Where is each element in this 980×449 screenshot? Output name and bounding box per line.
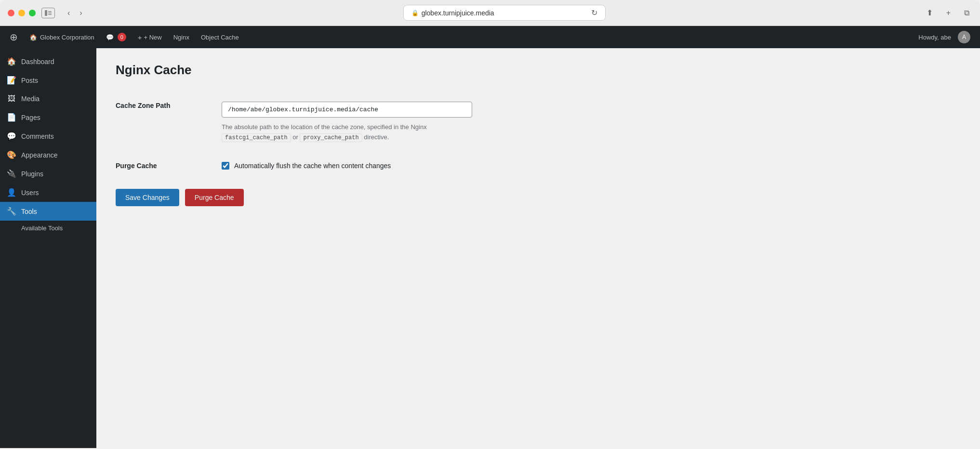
wp-logo-item[interactable]: ⊕ (4, 26, 24, 48)
wp-main: 🏠 Dashboard 📝 Posts 🖼 Media 📄 Pages 💬 Co… (0, 48, 980, 448)
svg-rect-2 (48, 13, 52, 13)
wp-logo-icon: ⊕ (10, 31, 18, 43)
cache-zone-path-hint: The absolute path to the location of the… (222, 122, 961, 143)
plus-icon: + (138, 33, 142, 41)
admin-bar: ⊕ 🏠 Globex Corporation 💬 0 + + New Nginx… (0, 26, 980, 48)
comments-icon: 💬 (7, 132, 16, 141)
nginx-label: Nginx (173, 34, 189, 41)
posts-icon: 📝 (7, 76, 16, 85)
home-icon: 🏠 (29, 34, 37, 41)
sidebar-item-label: Comments (21, 132, 54, 140)
svg-rect-3 (48, 14, 52, 15)
purge-cache-checkbox-row: Automatically flush the cache when conte… (222, 162, 961, 170)
sidebar-item-label: Pages (21, 114, 40, 121)
page-title: Nginx Cache (116, 63, 961, 78)
sidebar-item-users[interactable]: 👤 Users (0, 183, 96, 202)
url-text: globex.turnipjuice.media (422, 9, 494, 17)
sidebar-toggle-button[interactable] (41, 8, 55, 18)
new-label: + New (144, 34, 162, 41)
tabs-button[interactable]: ⧉ (961, 7, 972, 18)
sidebar-item-label: Appearance (21, 151, 58, 159)
svg-rect-1 (48, 11, 52, 12)
back-button[interactable]: ‹ (65, 8, 73, 18)
share-button[interactable]: ⬆ (924, 7, 936, 18)
hint-text: The absolute path to the location of the… (222, 123, 427, 131)
button-row: Save Changes Purge Cache (116, 189, 961, 206)
purge-cache-button[interactable]: Purge Cache (185, 189, 244, 206)
address-bar-wrapper: 🔒 globex.turnipjuice.media ↻ (91, 5, 918, 21)
purge-cache-row: Purge Cache Automatically flush the cach… (116, 152, 961, 179)
sidebar-item-dashboard[interactable]: 🏠 Dashboard (0, 52, 96, 71)
nginx-item[interactable]: Nginx (168, 26, 195, 48)
media-icon: 🖼 (7, 94, 16, 103)
plugins-icon: 🔌 (7, 169, 16, 178)
object-cache-label: Object Cache (201, 34, 239, 41)
sidebar-item-label: Posts (21, 77, 38, 84)
wp-content: Nginx Cache Cache Zone Path The absolute… (96, 48, 980, 448)
howdy-item[interactable]: Howdy, abe A (913, 31, 976, 43)
new-item[interactable]: + + New (132, 26, 168, 48)
dashboard-icon: 🏠 (7, 57, 16, 66)
sidebar-item-label: Users (21, 189, 39, 197)
avatar: A (958, 31, 970, 43)
comment-icon: 💬 (106, 34, 114, 41)
wordpress-wrapper: ⊕ 🏠 Globex Corporation 💬 0 + + New Nginx… (0, 26, 980, 448)
appearance-icon: 🎨 (7, 150, 16, 159)
howdy-text: Howdy, abe (918, 34, 951, 41)
sidebar-item-plugins[interactable]: 🔌 Plugins (0, 164, 96, 183)
or-text: or (292, 133, 298, 141)
sidebar-item-label: Tools (21, 208, 37, 215)
forward-button[interactable]: › (77, 8, 85, 18)
reload-button[interactable]: ↻ (591, 8, 597, 17)
admin-bar-right: Howdy, abe A (913, 31, 976, 43)
sidebar-item-pages[interactable]: 📄 Pages (0, 108, 96, 127)
comments-count-badge: 0 (118, 33, 126, 41)
sidebar-item-label: Dashboard (21, 58, 54, 66)
tools-icon: 🔧 (7, 207, 16, 216)
cache-zone-path-label: Cache Zone Path (116, 102, 171, 109)
sidebar-item-comments[interactable]: 💬 Comments (0, 127, 96, 145)
cache-zone-path-input[interactable] (222, 102, 472, 118)
browser-chrome: ‹ › 🔒 globex.turnipjuice.media ↻ ⬆ + ⧉ (0, 0, 980, 26)
close-button[interactable] (8, 10, 14, 16)
save-changes-button[interactable]: Save Changes (116, 189, 179, 206)
new-tab-button[interactable]: + (943, 7, 954, 18)
fastcgi-code: fastcgi_cache_path (222, 133, 291, 142)
pages-icon: 📄 (7, 113, 16, 122)
svg-rect-0 (45, 10, 47, 16)
purge-cache-checkbox[interactable] (222, 162, 229, 170)
sidebar-item-tools[interactable]: 🔧 Tools (0, 202, 96, 221)
purge-cache-checkbox-label: Automatically flush the cache when conte… (234, 162, 391, 170)
users-icon: 👤 (7, 188, 16, 197)
site-name-label: Globex Corporation (40, 34, 94, 41)
browser-nav: ‹ › (65, 8, 85, 18)
sidebar-item-label: Plugins (21, 170, 43, 178)
lock-icon: 🔒 (411, 10, 419, 16)
comments-item[interactable]: 💬 0 (100, 26, 132, 48)
traffic-lights (8, 10, 36, 16)
purge-cache-label: Purge Cache (116, 162, 157, 170)
proxy-code: proxy_cache_path (300, 133, 362, 142)
sidebar-item-media[interactable]: 🖼 Media (0, 90, 96, 108)
sidebar-item-appearance[interactable]: 🎨 Appearance (0, 145, 96, 164)
settings-form: Cache Zone Path The absolute path to the… (116, 92, 961, 179)
address-bar[interactable]: 🔒 globex.turnipjuice.media ↻ (403, 5, 606, 21)
minimize-button[interactable] (18, 10, 25, 16)
maximize-button[interactable] (29, 10, 36, 16)
sidebar-sub-item-available-tools[interactable]: Available Tools (0, 221, 96, 236)
directive-text: directive. (364, 133, 389, 141)
object-cache-item[interactable]: Object Cache (195, 26, 245, 48)
wp-sidebar: 🏠 Dashboard 📝 Posts 🖼 Media 📄 Pages 💬 Co… (0, 48, 96, 448)
available-tools-label: Available Tools (21, 224, 63, 232)
sidebar-item-label: Media (21, 95, 40, 103)
site-name-item[interactable]: 🏠 Globex Corporation (24, 26, 100, 48)
cache-zone-path-row: Cache Zone Path The absolute path to the… (116, 92, 961, 152)
sidebar-item-posts[interactable]: 📝 Posts (0, 71, 96, 90)
browser-actions: ⬆ + ⧉ (924, 7, 972, 18)
